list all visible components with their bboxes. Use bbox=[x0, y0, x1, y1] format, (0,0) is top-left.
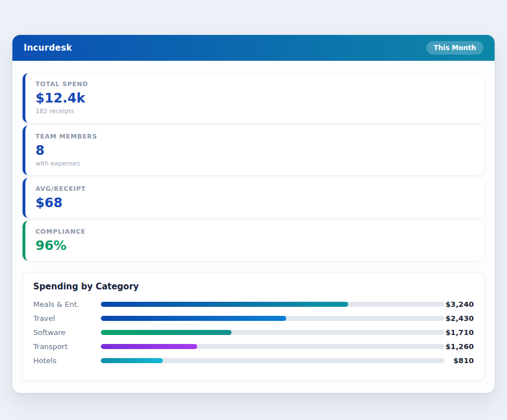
bar-track bbox=[101, 358, 444, 363]
bar-fill bbox=[101, 358, 163, 363]
category-value: $3,240 bbox=[444, 300, 474, 309]
stat-card: AVG/RECEIPT $68 bbox=[23, 178, 484, 218]
chart-row: Travel $2,430 bbox=[33, 311, 474, 325]
spending-chart-card: Spending by Category Meals & Ent. $3,240… bbox=[23, 272, 484, 381]
category-label: Software bbox=[33, 328, 101, 337]
bar-track bbox=[101, 302, 444, 307]
chart-rows: Meals & Ent. $3,240 Travel $2,430 Softwa… bbox=[33, 297, 474, 368]
bar-track bbox=[101, 344, 444, 349]
category-label: Hotels bbox=[33, 356, 101, 365]
category-value: $1,710 bbox=[444, 328, 474, 337]
bar-fill bbox=[101, 330, 232, 335]
category-label: Transport bbox=[33, 342, 101, 351]
bar-fill bbox=[101, 316, 286, 321]
chart-row: Transport $1,260 bbox=[33, 339, 474, 354]
stat-card: TOTAL SPEND $12.4k 182 receipts bbox=[23, 73, 484, 123]
stat-label: TEAM MEMBERS bbox=[35, 133, 474, 140]
app-header: Incurdesk This Month bbox=[12, 35, 495, 61]
stat-sublabel: with expenses bbox=[35, 160, 474, 167]
bar-track bbox=[101, 330, 444, 335]
category-label: Meals & Ent. bbox=[33, 300, 101, 309]
stat-sublabel: 182 receipts bbox=[35, 108, 474, 115]
stat-value: 96% bbox=[35, 238, 474, 253]
chart-row: Software $1,710 bbox=[33, 325, 474, 339]
stats-list: TOTAL SPEND $12.4k 182 receipts TEAM MEM… bbox=[23, 73, 484, 261]
category-value: $1,260 bbox=[444, 342, 474, 351]
stat-label: COMPLIANCE bbox=[35, 228, 474, 235]
stat-card: TEAM MEMBERS 8 with expenses bbox=[23, 126, 484, 175]
chart-row: Meals & Ent. $3,240 bbox=[33, 297, 474, 311]
period-badge[interactable]: This Month bbox=[426, 41, 483, 55]
bar-track bbox=[101, 316, 444, 321]
stat-card: COMPLIANCE 96% bbox=[23, 221, 484, 261]
bar-fill bbox=[101, 344, 197, 349]
stat-value: $12.4k bbox=[35, 91, 474, 105]
category-value: $2,430 bbox=[444, 314, 474, 323]
app-title: Incurdesk bbox=[24, 43, 72, 53]
stat-label: TOTAL SPEND bbox=[35, 81, 474, 88]
category-value: $810 bbox=[444, 356, 474, 365]
bar-fill bbox=[101, 302, 348, 307]
chart-row: Hotels $810 bbox=[33, 354, 474, 368]
stat-label: AVG/RECEIPT bbox=[35, 185, 474, 193]
stat-value: 8 bbox=[35, 143, 474, 158]
category-label: Travel bbox=[33, 314, 101, 323]
dashboard-body: TOTAL SPEND $12.4k 182 receipts TEAM MEM… bbox=[12, 61, 495, 393]
stat-value: $68 bbox=[35, 195, 474, 210]
chart-title: Spending by Category bbox=[33, 282, 474, 292]
dashboard-panel: Incurdesk This Month TOTAL SPEND $12.4k … bbox=[12, 35, 495, 393]
